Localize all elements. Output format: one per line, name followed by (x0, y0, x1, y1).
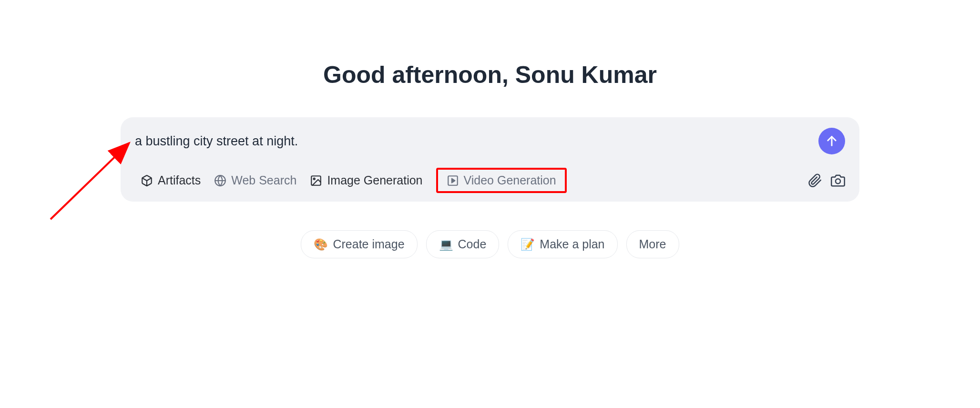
svg-point-5 (314, 178, 315, 179)
suggestion-make-plan-label: Make a plan (540, 237, 604, 251)
tool-artifacts-label: Artifacts (158, 173, 201, 187)
laptop-emoji: 💻 (439, 238, 453, 251)
suggestion-code-label: Code (458, 237, 487, 251)
image-icon (310, 174, 322, 187)
svg-line-10 (51, 143, 129, 219)
paperclip-icon[interactable] (808, 173, 822, 188)
tool-video-generation[interactable]: Video Generation (436, 168, 567, 193)
suggestions-row: 🎨 Create image 💻 Code 📝 Make a plan More (301, 230, 679, 258)
play-square-icon (447, 174, 459, 187)
tool-video-generation-label: Video Generation (464, 173, 556, 187)
palette-emoji: 🎨 (314, 238, 328, 251)
send-button[interactable] (818, 128, 845, 154)
suggestion-code[interactable]: 💻 Code (426, 230, 500, 258)
svg-point-8 (836, 179, 840, 184)
greeting-heading: Good afternoon, Sonu Kumar (323, 61, 657, 89)
suggestion-create-image[interactable]: 🎨 Create image (301, 230, 417, 258)
suggestion-make-plan[interactable]: 📝 Make a plan (508, 230, 617, 258)
arrow-up-icon (825, 134, 838, 148)
tool-image-generation-label: Image Generation (327, 173, 422, 187)
tool-web-search-label: Web Search (231, 173, 296, 187)
tool-image-generation[interactable]: Image Generation (310, 173, 422, 187)
tool-web-search[interactable]: Web Search (214, 173, 296, 187)
svg-marker-7 (451, 178, 455, 183)
notepad-emoji: 📝 (521, 238, 535, 251)
prompt-container: Artifacts Web Search Image Generation (121, 117, 859, 202)
tools-row: Artifacts Web Search Image Generation (135, 168, 845, 193)
tool-artifacts[interactable]: Artifacts (141, 173, 201, 187)
prompt-row (135, 128, 845, 154)
suggestion-create-image-label: Create image (333, 237, 404, 251)
cube-icon (141, 174, 153, 187)
camera-icon[interactable] (831, 173, 845, 188)
suggestion-more[interactable]: More (626, 230, 679, 258)
globe-icon (214, 174, 226, 187)
suggestion-more-label: More (639, 237, 666, 251)
attachment-icons (808, 173, 845, 188)
prompt-input[interactable] (135, 134, 813, 149)
